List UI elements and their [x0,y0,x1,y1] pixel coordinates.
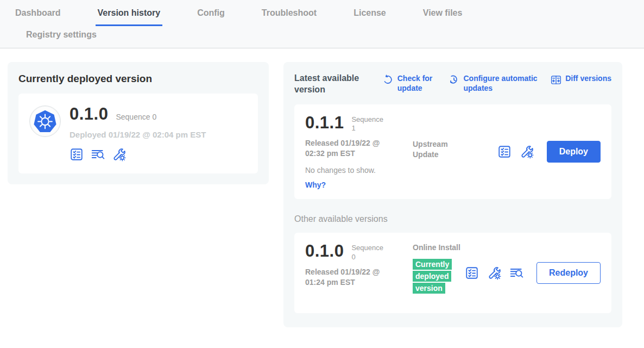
latest-available-title: Latest available version [294,73,370,96]
deployed-icon-row [70,147,206,161]
schedule-refresh-icon [449,74,459,85]
tab-registry-settings-label: Registry settings [24,26,99,48]
other-available-versions-title: Other available versions [294,214,611,224]
tab-config[interactable]: Config [195,4,227,26]
tab-version-history-label: Version history [96,4,163,26]
tab-license[interactable]: License [351,4,388,26]
other-version-number: 0.1.0 [305,243,344,259]
redeploy-button[interactable]: Redeploy [536,262,601,284]
deploy-button[interactable]: Deploy [547,141,601,163]
currently-deployed-panel: Currently deployed version [8,62,269,184]
tab-dashboard-label: Dashboard [13,4,63,26]
latest-panel-header: Latest available version Check for updat… [294,73,611,96]
latest-sequence-label: Sequence 1 [351,114,388,133]
kubernetes-logo-icon [33,109,58,134]
nav-row-2: Registry settings [0,26,644,48]
other-sequence-label: Sequence 0 [351,243,388,262]
latest-version-info: 0.1.1 Sequence 1 Released 01/19/22 @ 02:… [305,114,413,189]
release-notes-icon[interactable] [91,147,105,161]
config-wrench-gear-icon[interactable] [520,145,534,159]
latest-available-panel: Latest available version Check for updat… [283,62,622,327]
diff-versions-link[interactable]: Diff versions [551,74,611,85]
main-content: Currently deployed version [0,48,644,327]
diff-icon [551,74,561,85]
other-version-info: 0.1.0 Sequence 0 Released 01/19/22 @ 01:… [305,243,413,287]
other-card-actions: Redeploy [465,262,601,284]
diff-versions-label: Diff versions [565,74,611,85]
checklist-icon[interactable] [70,147,84,161]
latest-release-card: 0.1.1 Sequence 1 Released 01/19/22 @ 02:… [294,104,611,199]
configure-automatic-updates-link[interactable]: Configure automatic updates [449,74,538,93]
latest-card-actions: Deploy [497,141,601,163]
latest-released-timestamp: Released 01/19/22 @ 02:32 pm EST [305,138,396,159]
release-notes-icon[interactable] [509,266,523,280]
config-wrench-gear-icon[interactable] [112,147,126,161]
tab-dashboard[interactable]: Dashboard [13,4,63,26]
latest-source-label: Upstream Update [413,139,465,160]
deployed-timestamp: Deployed 01/19/22 @ 02:04 pm EST [70,130,206,139]
tab-view-files-label: View files [421,4,465,26]
app-logo-avatar [29,105,61,137]
other-released-timestamp: Released 01/19/22 @ 01:24 pm EST [305,267,396,288]
why-link[interactable]: Why? [305,181,413,189]
currently-deployed-card: 0.1.0 Sequence 0 Deployed 01/19/22 @ 02:… [18,94,258,173]
config-wrench-gear-icon[interactable] [487,266,501,280]
tab-registry-settings[interactable]: Registry settings [24,26,99,48]
app-nav: Dashboard Version history Config Trouble… [0,0,644,48]
tab-config-label: Config [195,4,227,26]
tab-license-label: License [351,4,388,26]
checklist-icon[interactable] [497,145,512,159]
currently-deployed-title: Currently deployed version [18,73,258,85]
refresh-icon [383,74,394,85]
nav-row-1: Dashboard Version history Config Trouble… [0,4,644,26]
other-source-label: Online Install [413,243,465,253]
other-source-column: Online Install Currently deployed versio… [413,243,465,294]
checklist-icon[interactable] [465,266,479,280]
check-for-update-link[interactable]: Check for update [383,74,437,93]
currently-deployed-badge: Currently deployed version [413,259,452,293]
deployed-version-info: 0.1.0 Sequence 0 Deployed 01/19/22 @ 02:… [70,105,206,161]
tab-troubleshoot-label: Troubleshoot [260,4,319,26]
configure-automatic-updates-label: Configure automatic updates [463,74,538,93]
deployed-version-number: 0.1.0 [70,105,108,122]
tab-version-history[interactable]: Version history [96,4,163,26]
tab-view-files[interactable]: View files [421,4,465,26]
latest-version-number: 0.1.1 [305,114,344,131]
tab-troubleshoot[interactable]: Troubleshoot [260,4,319,26]
currently-deployed-badge-wrap: Currently deployed version [413,259,453,294]
other-release-card: 0.1.0 Sequence 0 Released 01/19/22 @ 01:… [294,233,611,313]
no-changes-text: No changes to show. [305,166,413,175]
check-for-update-label: Check for update [397,74,437,93]
deployed-sequence-label: Sequence 0 [116,113,156,121]
